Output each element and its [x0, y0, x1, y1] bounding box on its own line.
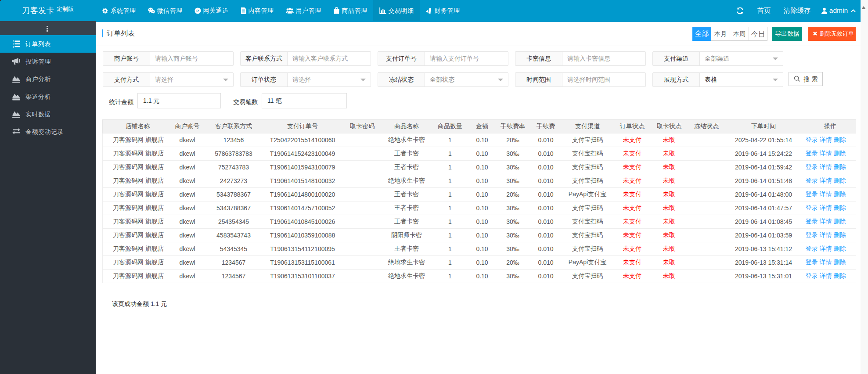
svg-text:1: 1 [13, 40, 14, 43]
svg-text:P: P [196, 8, 199, 13]
svg-text:2: 2 [13, 43, 14, 46]
svg-text:3: 3 [13, 46, 14, 48]
